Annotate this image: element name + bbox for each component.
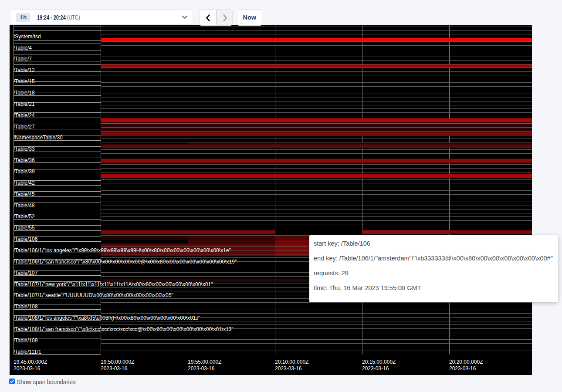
svg-text:/Table/4: /Table/4: [14, 45, 32, 51]
svg-text:19:50:00.000Z: 19:50:00.000Z: [101, 359, 134, 365]
svg-text:/Table/106: /Table/106: [14, 236, 38, 242]
svg-text:/Table/33: /Table/33: [14, 146, 35, 152]
svg-text:/Table/27: /Table/27: [14, 124, 35, 130]
svg-text:2023-03-16: 2023-03-16: [188, 365, 215, 372]
svg-text:/Table/36: /Table/36: [14, 157, 35, 163]
svg-text:2023-03-16: 2023-03-16: [101, 365, 128, 372]
svg-text:20:10:00.000Z: 20:10:00.000Z: [275, 359, 308, 365]
svg-text:/Table/18: /Table/18: [14, 90, 35, 96]
svg-text:2023-03-16: 2023-03-16: [449, 365, 476, 372]
svg-text:/Table/109: /Table/109: [14, 338, 38, 344]
svg-text:/Table/108/1/"los angeles"/"\x: /Table/108/1/"los angeles"/"\xa8\xf5\u00…: [14, 315, 200, 321]
svg-text:/Table/55: /Table/55: [14, 225, 35, 231]
svg-text:/NamespaceTable/30: /NamespaceTable/30: [14, 135, 63, 141]
svg-text:/Table/107/1/"seattle"/"UUUUUU: /Table/107/1/"seattle"/"UUUUUUD\x00\x80\…: [14, 292, 173, 298]
svg-text:/Table/108/1/"san francisco"/": /Table/108/1/"san francisco"/"\x8c\xcc\x…: [14, 326, 234, 332]
svg-text:19:55:00.000Z: 19:55:00.000Z: [188, 359, 221, 365]
svg-text:/Table/48: /Table/48: [14, 203, 35, 209]
svg-text:/Table/21: /Table/21: [14, 101, 35, 107]
svg-text:/Table/42: /Table/42: [14, 180, 35, 186]
svg-text:/Table/7: /Table/7: [14, 56, 32, 62]
svg-text:19:45:00.000Z: 19:45:00.000Z: [14, 359, 47, 365]
svg-text:20:20:00.000Z: 20:20:00.000Z: [449, 359, 483, 365]
svg-text:/Table/111/1: /Table/111/1: [14, 349, 41, 355]
svg-text:20:15:00.000Z: 20:15:00.000Z: [362, 359, 396, 365]
svg-text:/Table/106/1/"los angeles"/"\x: /Table/106/1/"los angeles"/"\x99\x99\x99…: [14, 247, 231, 253]
svg-text:2023-03-16: 2023-03-16: [14, 365, 41, 372]
svg-text:/Table/39: /Table/39: [14, 169, 35, 175]
svg-text:/Table/15: /Table/15: [14, 78, 35, 84]
svg-text:2023-03-16: 2023-03-16: [275, 365, 302, 372]
svg-text:/System/tsd: /System/tsd: [14, 34, 41, 40]
svg-text:/Table/12: /Table/12: [14, 67, 35, 73]
svg-text:/Table/52: /Table/52: [14, 213, 35, 220]
svg-text:/Table/107: /Table/107: [14, 270, 38, 276]
svg-text:/Table/107/1/"new york"/"\x11\: /Table/107/1/"new york"/"\x11\x11\x11\x1…: [14, 281, 213, 287]
svg-text:/Table/108: /Table/108: [14, 304, 38, 310]
svg-text:/Table/24: /Table/24: [14, 112, 35, 118]
svg-text:2023-03-16: 2023-03-16: [362, 365, 389, 372]
svg-text:/Table/106/1/"san francisco"/": /Table/106/1/"san francisco"/"\x80\x00\x…: [14, 259, 237, 265]
svg-text:/Table/45: /Table/45: [14, 191, 35, 197]
